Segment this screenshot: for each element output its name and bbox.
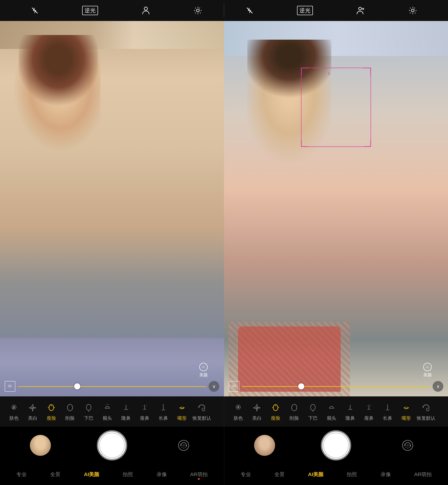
nav-panorama-right[interactable]: 全景 [274,471,285,478]
beauty-item-noselong-right[interactable]: 长鼻 [378,402,397,421]
shutter-button-left[interactable] [97,430,127,461]
svg-point-38 [182,444,185,447]
beauty-icon-trim-left [64,402,76,414]
beauty-item-trim-right[interactable]: 削脸 [285,402,304,421]
beauty-item-whiten-right[interactable]: 美白 [248,402,266,421]
beauty-icon-left: ☺ [199,363,208,371]
exposure-slider-right[interactable] [242,386,430,387]
svg-point-30 [311,404,315,410]
beauty-item-noseslim-left[interactable]: 瘦鼻 [135,402,154,421]
beauty-item-nosehigh-left[interactable]: 隆鼻 [117,402,135,421]
beauty-icon-forehead-left [102,402,113,414]
chevron-btn-right[interactable]: ∨ [432,381,443,392]
beauty-item-whiten-left[interactable]: 美白 [23,402,42,421]
backlight-label-right: 逆光 [297,6,313,15]
nav-pro-right[interactable]: 专业 [240,471,251,478]
flip-camera-right[interactable] [397,435,418,456]
beauty-item-nosehigh-right[interactable]: 隆鼻 [341,402,360,421]
beauty-label-noselong-left: 长鼻 [159,415,168,421]
top-bar-right: 逆光 [224,6,439,15]
beauty-item-reset-left[interactable]: 恢复默认 [191,402,212,421]
beauty-label-trim-left: 削脸 [65,415,75,421]
beauty-label-whiten-left: 美白 [28,415,37,421]
camera-controls-left: 中 ∨ [0,381,224,392]
flash-icon-right[interactable] [246,7,253,14]
beauty-item-chin-left[interactable]: 下巴 [79,402,98,421]
backlight-btn-left[interactable]: 逆光 [82,6,98,15]
shutter-left [0,427,224,464]
beauty-icon-noselong-left [158,402,169,414]
person-plus-icon-right[interactable] [357,6,365,15]
beauty-item-skin-left[interactable]: 肤色 [5,402,23,421]
svg-marker-1 [33,7,36,14]
camera-area: ☺ 美颜 中 ∨ [0,21,448,396]
svg-marker-37 [185,445,187,447]
svg-point-24 [237,406,239,408]
grid-btn-right[interactable]: 中 [229,381,240,392]
nav-panorama-left[interactable]: 全景 [50,471,60,478]
grid-btn-left[interactable]: 中 [5,381,16,392]
gender-symbol: ♀ [327,70,332,78]
beauty-label-forehead-left: 额头 [103,415,112,421]
nav-ai-beauty-right[interactable]: AI美颜 [308,471,323,478]
beauty-item-mouth-left[interactable]: 嘴形 [173,402,191,421]
bottom-nav-right: 专业 全景 AI美颜 拍照 录像 AR萌拍 [224,464,448,485]
nav-video-left[interactable]: 录像 [157,471,167,478]
shutter-bar [0,427,448,464]
svg-point-13 [51,405,52,406]
beauty-item-reset-right[interactable]: 恢复默认 [416,402,437,421]
nav-video-right[interactable]: 录像 [381,471,391,478]
beauty-icon-noseslim-left [139,402,151,414]
ar-dot-left [198,478,200,480]
camera-left[interactable]: ☺ 美颜 中 ∨ [0,21,224,396]
beauty-item-noselong-left[interactable]: 长鼻 [154,402,173,421]
shutter-button-right[interactable] [321,430,351,461]
beauty-item-mouth-right[interactable]: 嘴形 [397,402,416,421]
exposure-slider-left[interactable] [18,386,206,387]
top-bar-left: 逆光 [9,6,224,15]
beauty-icon-right: ☺ [423,363,432,371]
person-icon-left[interactable] [142,6,150,15]
top-bar: 逆光 逆光 [0,0,448,21]
beauty-item-slim-right[interactable]: 瘦脸 [266,402,285,421]
beauty-icon-slim-left [46,402,57,414]
beauty-label-skin-left: 肤色 [9,415,19,421]
chevron-btn-left[interactable]: ∨ [208,381,219,392]
svg-point-14 [67,404,72,411]
flip-camera-left[interactable] [173,435,194,456]
svg-point-3 [196,9,199,12]
shutter-right [224,427,448,464]
svg-point-27 [292,404,297,411]
beauty-label-nosehigh-left: 隆鼻 [121,415,131,421]
beauty-label-mouth-left: 嘴形 [177,415,187,421]
nav-ar-right[interactable]: AR萌拍 [414,471,432,478]
svg-point-17 [86,404,91,410]
beauty-item-chin-right[interactable]: 下巴 [304,402,322,421]
nav-ai-beauty-left[interactable]: AI美颜 [84,471,99,478]
thumbnail-left[interactable] [30,435,51,456]
settings-icon-left[interactable] [194,6,202,15]
camera-right[interactable]: ♀ ☺ 美颜 中 ∨ [224,21,448,396]
thumbnail-right[interactable] [254,435,275,456]
bottom-nav: 专业 全景 AI美颜 拍照 录像 AR萌拍 专业 全景 AI美颜 拍照 [0,464,448,485]
beauty-item-skin-right[interactable]: 肤色 [229,402,248,421]
beauty-label-right[interactable]: ☺ 美颜 [423,363,432,378]
nav-ar-left[interactable]: AR萌拍 [190,471,208,478]
settings-icon-right[interactable] [408,6,417,15]
beauty-item-noseslim-right[interactable]: 瘦鼻 [360,402,378,421]
backlight-btn-right[interactable]: 逆光 [297,6,313,15]
flash-icon-left[interactable] [31,7,39,14]
beauty-item-forehead-left[interactable]: 额头 [98,402,117,421]
nav-photo-right[interactable]: 拍照 [347,471,357,478]
beauty-controls-right: 肤色 美白 [224,396,448,427]
nav-pro-left[interactable]: 专业 [16,471,27,478]
beauty-item-trim-left[interactable]: 削脸 [61,402,79,421]
beauty-label-left[interactable]: ☺ 美颜 [199,363,208,378]
beauty-icon-mouth-left [176,402,188,414]
beauty-item-forehead-right[interactable]: 额头 [322,402,341,421]
beauty-controls-left: 肤色 美白 [0,396,224,427]
svg-point-22 [202,408,205,411]
beauty-icon-skin-left [8,402,20,414]
nav-photo-left[interactable]: 拍照 [123,471,133,478]
beauty-item-slim-left[interactable]: 瘦脸 [42,402,61,421]
